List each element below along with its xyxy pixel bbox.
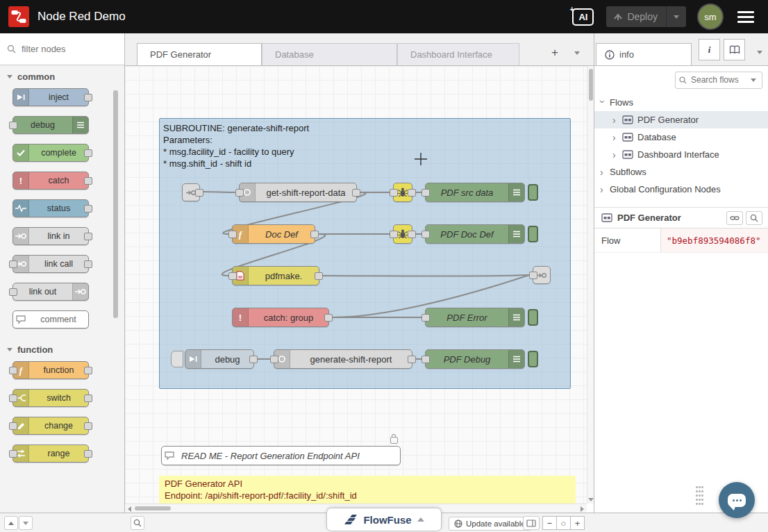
palette-filter[interactable] <box>0 33 124 65</box>
palette-category-common[interactable]: common <box>0 65 124 88</box>
palette-node-catch[interactable]: ! catch <box>12 172 89 190</box>
sidebar-toggle-button[interactable] <box>523 516 540 530</box>
scroll-down-arrow[interactable] <box>588 498 594 501</box>
palette-scrollbar[interactable] <box>113 90 118 318</box>
palette-node-switch[interactable]: switch <box>12 389 89 407</box>
node-pdf-src-data[interactable]: PDF src data <box>425 183 525 202</box>
output-port <box>352 189 360 197</box>
exclamation-icon: ! <box>13 172 29 189</box>
palette-node-change[interactable]: change <box>12 417 89 435</box>
node-link-in[interactable] <box>182 183 200 201</box>
sidebar-tabbar: info i <box>594 33 768 66</box>
expand-all-button[interactable] <box>19 516 33 530</box>
deploy-options-button[interactable] <box>666 6 686 27</box>
node-pdfmake[interactable]: pdfmake. <box>232 266 319 285</box>
node-get-shift-report-data[interactable]: get-shift-report-data <box>239 183 357 202</box>
help-tab-button[interactable] <box>724 39 745 60</box>
node-bug-2[interactable] <box>393 224 412 244</box>
tree-item-database[interactable]: › Database <box>594 128 768 146</box>
debug-toggle-button[interactable] <box>528 226 538 242</box>
node-pdf-doc-def[interactable]: PDF Doc Def <box>425 224 525 244</box>
input-port <box>9 122 17 129</box>
palette-node-status[interactable]: status <box>12 199 89 217</box>
tree-item-dashboard-interface[interactable]: › Dashboard Interface <box>594 146 768 163</box>
chain-icon <box>730 215 740 222</box>
tab-info[interactable]: info <box>596 43 692 65</box>
output-port <box>84 94 92 101</box>
palette-node-link-in[interactable]: link in <box>12 227 89 245</box>
inject-trigger-button[interactable] <box>171 351 183 367</box>
tree-item-flows[interactable]: › Flows <box>594 94 768 111</box>
app-title: Node Red Demo <box>37 10 126 24</box>
palette-category-function[interactable]: function <box>0 338 124 361</box>
palette-node-range[interactable]: range <box>12 444 89 463</box>
update-available-button[interactable]: Update available <box>449 517 531 531</box>
node-generate-shift-report[interactable]: generate-shift-report <box>274 349 412 369</box>
info-tab-button[interactable]: i <box>699 39 720 60</box>
node-link-out[interactable] <box>533 266 551 284</box>
node-readme-comment[interactable]: READ ME - Report Generation Endpoint API <box>161 446 401 465</box>
zoom-reset-button[interactable]: ○ <box>556 516 571 530</box>
scroll-left-arrow[interactable] <box>128 506 131 512</box>
chevron-icon: › <box>600 167 606 178</box>
scrollbar-thumb[interactable] <box>589 69 593 101</box>
palette-node-function[interactable]: f function <box>12 361 89 379</box>
deploy-button[interactable]: Deploy <box>606 6 686 27</box>
output-port <box>195 189 203 197</box>
sidebar-menu-button[interactable] <box>757 46 762 56</box>
chat-widget-button[interactable] <box>719 482 755 518</box>
flow-tabbar: PDF Generator Database Dashboard Interfa… <box>125 33 594 66</box>
scroll-right-arrow[interactable] <box>581 506 584 512</box>
node-catch-group[interactable]: ! catch: group <box>232 308 329 327</box>
chat-bubble-icon <box>728 494 746 507</box>
flow-icon <box>622 133 633 142</box>
vertical-scrollbar[interactable] <box>587 66 594 504</box>
search-canvas-button[interactable] <box>131 516 144 530</box>
output-port <box>249 356 258 363</box>
palette-filter-input[interactable] <box>20 43 113 55</box>
node-doc-def[interactable]: f Doc Def <box>232 224 315 244</box>
palette-node-comment[interactable]: comment <box>12 310 89 329</box>
debug-toggle-button[interactable] <box>528 309 538 326</box>
debug-toggle-button[interactable] <box>528 351 538 367</box>
tab-dashboard-interface[interactable]: Dashboard Interface <box>397 43 519 65</box>
palette-node-link-out[interactable]: link out <box>12 283 89 301</box>
palette-node-debug[interactable]: debug <box>12 116 89 134</box>
node-bug-1[interactable] <box>393 183 412 202</box>
search-flows-input[interactable] <box>690 74 748 85</box>
node-pdf-debug[interactable]: PDF Debug <box>425 349 525 369</box>
copy-link-button[interactable] <box>726 211 743 225</box>
zoom-out-button[interactable]: − <box>542 516 557 530</box>
node-inject-debug[interactable]: debug <box>185 349 254 369</box>
output-port <box>84 394 92 402</box>
main-menu-button[interactable] <box>735 8 757 26</box>
scrollbar-thumb[interactable] <box>135 506 171 510</box>
flow-list-button[interactable] <box>568 44 586 61</box>
tree-item-pdf-generator[interactable]: › PDF Generator <box>594 111 768 128</box>
sidebar-search-row <box>594 66 768 94</box>
tab-pdf-generator[interactable]: PDF Generator <box>137 43 262 65</box>
chevron-icon: › <box>597 100 608 106</box>
search-flow-button[interactable] <box>746 211 762 225</box>
debug-toggle-button[interactable] <box>528 184 538 201</box>
palette-node-inject[interactable]: inject <box>12 88 89 106</box>
flowfuse-button[interactable]: FlowFuse <box>326 508 442 531</box>
ai-assistant-button[interactable]: +AI <box>572 8 594 26</box>
search-flows-box[interactable] <box>675 72 762 89</box>
flow-canvas[interactable]: SUBROUTINE: generate-shift-report Parame… <box>125 66 587 513</box>
flowfuse-logo-icon <box>344 514 358 525</box>
palette-node-link-call[interactable]: link call <box>12 255 89 273</box>
tree-item-subflows[interactable]: › Subflows <box>594 163 768 181</box>
comment-bubble-icon <box>13 311 28 328</box>
exclamation-icon: ! <box>233 308 249 326</box>
tab-database[interactable]: Database <box>262 43 397 65</box>
resize-grip[interactable] <box>696 486 704 507</box>
book-icon <box>729 45 740 54</box>
collapse-all-button[interactable] <box>4 516 18 530</box>
user-avatar[interactable]: sm <box>699 5 722 28</box>
add-flow-button[interactable]: + <box>546 44 564 61</box>
zoom-in-button[interactable]: + <box>570 516 585 530</box>
tree-item-global-config[interactable]: › Global Configuration Nodes <box>594 181 768 198</box>
node-pdf-error[interactable]: PDF Error <box>425 308 525 327</box>
palette-node-complete[interactable]: complete <box>12 144 89 162</box>
